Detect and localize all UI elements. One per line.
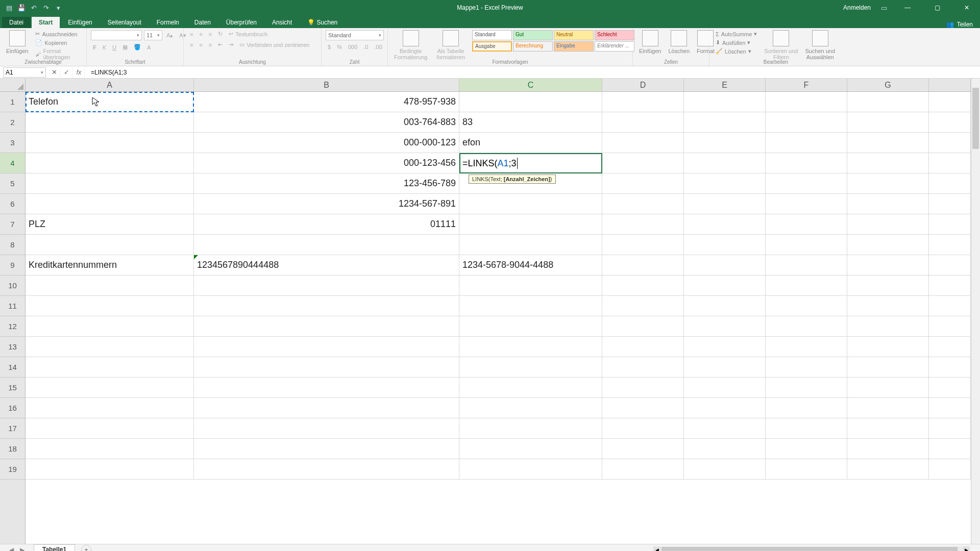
cell-A8[interactable] [26,235,194,255]
close-button[interactable]: ✕ [957,0,977,15]
cell-E13[interactable] [684,337,766,357]
cell-F7[interactable] [766,214,847,235]
insert-cells-button[interactable]: Einfügen [637,47,663,55]
style-erklar[interactable]: Erklärender ... [595,41,634,52]
autosum-button[interactable]: Σ AutoSumme ▾ [714,30,759,38]
copy-button[interactable]: 📄 Kopieren [33,39,82,46]
cell-F14[interactable] [766,357,847,378]
save-icon[interactable]: 💾 [17,4,26,12]
col-header-B[interactable]: B [194,79,459,91]
share-button[interactable]: Teilen [957,21,973,28]
active-edit-cell[interactable]: =LINKS(A1;3 [459,153,602,173]
cell-B7[interactable]: 01111 [194,214,459,235]
cell-E11[interactable] [684,296,766,316]
row-header-12[interactable]: 12 [0,316,25,337]
underline-button[interactable]: U [110,44,118,51]
cell-G18[interactable] [847,439,929,459]
sort-icon[interactable] [773,30,789,46]
cell-A6[interactable] [26,194,194,214]
bold-button[interactable]: F [91,44,99,51]
orient-icon[interactable]: ↻ [216,30,225,38]
cell-C19[interactable] [459,459,602,480]
cell-B18[interactable] [194,439,459,459]
cell-A9[interactable]: Kreditkartennummern [26,255,194,276]
cell-F19[interactable] [766,459,847,480]
cell-A18[interactable] [26,439,194,459]
cell-F16[interactable] [766,398,847,418]
cond-format-icon[interactable] [403,30,419,46]
wrap-button[interactable]: ↩ Textumbruch [227,30,270,38]
col-header-G[interactable]: G [847,79,929,91]
cell-B5[interactable]: 123-456-789 [194,173,459,194]
ribbon-display-icon[interactable]: ▭ [880,4,888,12]
cell-G17[interactable] [847,418,929,439]
indent-dec-icon[interactable]: ⇤ [216,41,225,48]
cell-G7[interactable] [847,214,929,235]
enter-formula-button[interactable]: ✓ [61,67,72,78]
cell-D7[interactable] [602,214,684,235]
cell-F9[interactable] [766,255,847,276]
hscroll-right-icon[interactable]: ▶ [963,546,970,551]
cell-A5[interactable] [26,173,194,194]
row-header-1[interactable]: 1 [0,92,25,112]
cell-C14[interactable] [459,357,602,378]
cell-F12[interactable] [766,316,847,337]
cell-C6[interactable] [459,194,602,214]
italic-button[interactable]: K [101,44,108,51]
cell-C18[interactable] [459,439,602,459]
cell-C15[interactable] [459,378,602,398]
cell-F4[interactable] [766,153,847,173]
insert-cells-icon[interactable] [642,30,658,46]
font-color-icon[interactable]: A [145,44,153,51]
cell-C12[interactable] [459,316,602,337]
row-header-11[interactable]: 11 [0,296,25,316]
cell-G10[interactable] [847,276,929,296]
dec-dec-icon[interactable]: .00 [372,43,384,51]
cell-A3[interactable] [26,133,194,153]
tab-pagelayout[interactable]: Seitenlayout [101,17,149,28]
cell-F15[interactable] [766,378,847,398]
cell-A4[interactable] [26,153,194,173]
border-icon[interactable]: ▦ [120,43,130,51]
fx-button[interactable]: fx [74,67,85,78]
vscroll-thumb[interactable] [972,88,979,149]
signin-link[interactable]: Anmelden [843,4,871,11]
align-top-icon[interactable]: ≡ [188,31,195,38]
cell-G5[interactable] [847,173,929,194]
cell-E17[interactable] [684,418,766,439]
inc-dec-icon[interactable]: .0 [361,43,370,51]
cell-E8[interactable] [684,235,766,255]
cell-G13[interactable] [847,337,929,357]
style-berechnung[interactable]: Berechnung [513,41,553,52]
font-size-combo[interactable]: 11▾ [144,30,162,40]
cell-D17[interactable] [602,418,684,439]
cell-D14[interactable] [602,357,684,378]
col-header-E[interactable]: E [684,79,766,91]
cell-G12[interactable] [847,316,929,337]
align-mid-icon[interactable]: ≡ [197,31,204,38]
col-header-D[interactable]: D [602,79,684,91]
cell-G1[interactable] [847,92,929,112]
cell-G4[interactable] [847,153,929,173]
row-header-18[interactable]: 18 [0,439,25,459]
cell-C17[interactable] [459,418,602,439]
select-all-corner[interactable] [0,79,26,92]
cell-G9[interactable] [847,255,929,276]
cell-G3[interactable] [847,133,929,153]
row-header-14[interactable]: 14 [0,357,25,378]
sheet-nav-prev-icon[interactable]: ◀ [9,546,14,552]
align-left-icon[interactable]: ≡ [188,41,195,48]
align-bot-icon[interactable]: ≡ [207,31,214,38]
tab-view[interactable]: Ansicht [265,17,299,28]
paste-icon[interactable] [9,30,26,46]
cell-A19[interactable] [26,459,194,480]
cell-A15[interactable] [26,378,194,398]
cell-A10[interactable] [26,276,194,296]
cell-F1[interactable] [766,92,847,112]
tab-data[interactable]: Daten [187,17,218,28]
cell-B9[interactable]: 1234567890444488 [194,255,459,276]
cell-A17[interactable] [26,418,194,439]
cell-G19[interactable] [847,459,929,480]
as-table-icon[interactable] [443,30,459,46]
cell-D12[interactable] [602,316,684,337]
